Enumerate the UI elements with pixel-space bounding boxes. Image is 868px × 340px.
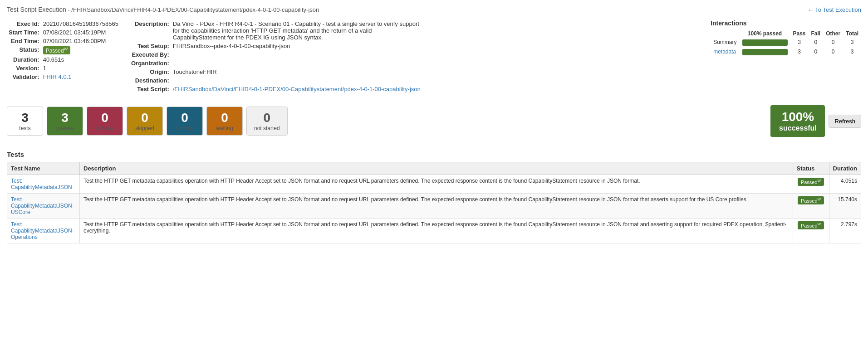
- tests-section-title: Tests: [7, 151, 861, 158]
- interaction-progress: [740, 47, 790, 57]
- running-num: 0: [181, 111, 188, 125]
- destination-value: [171, 76, 422, 85]
- test-duration-cell: 2.797s: [829, 219, 861, 243]
- table-row: Test: CapabilityMetadataJSON-OperationsT…: [7, 219, 861, 243]
- failures-num: 0: [101, 111, 108, 125]
- col-fail-header: Fail: [809, 29, 824, 38]
- interaction-row: metadata3003: [711, 47, 861, 57]
- col-other-header: Other: [823, 29, 843, 38]
- refresh-button[interactable]: Refresh: [829, 115, 861, 128]
- title-main: Test Script Execution: [7, 6, 66, 13]
- tests-section: Tests Test Name Description Status Durat…: [7, 151, 861, 243]
- test-name-cell: Test: CapabilityMetadataJSON-Operations: [7, 219, 80, 243]
- description-value: Da Vinci - PDex - FHIR R4-0-1 - Scenario…: [171, 19, 422, 42]
- description-info-panel: Description: Da Vinci - PDex - FHIR R4-0…: [129, 19, 701, 93]
- origin-label: Origin:: [129, 68, 171, 76]
- organization-value: [171, 59, 422, 68]
- passes-label: passes: [56, 125, 74, 131]
- test-status-cell: PassedW: [793, 219, 829, 243]
- validator-value: FHIR 4.0.1: [41, 73, 120, 81]
- test-status-cell: PassedW: [793, 175, 829, 194]
- start-time-label: Start Time:: [7, 28, 41, 37]
- passes-stat: 3 passes: [47, 107, 83, 136]
- version-value: 1: [41, 64, 120, 73]
- organization-label: Organization:: [129, 59, 171, 68]
- interaction-pass: 3: [790, 47, 809, 57]
- exec-id-label: Exec Id:: [7, 19, 41, 28]
- interaction-name-link[interactable]: metadata: [713, 49, 736, 55]
- tests-table: Test Name Description Status Duration Te…: [7, 162, 861, 243]
- status-label: Status:: [7, 45, 41, 55]
- validator-label: Validator:: [7, 73, 41, 81]
- interaction-pass: 3: [790, 38, 809, 47]
- interaction-total: 3: [843, 47, 861, 57]
- interaction-other: 0: [823, 38, 843, 47]
- interaction-name: Summary: [711, 38, 739, 47]
- stats-bar: 3 tests 3 passes 0 failures 0 skipped 0 …: [7, 101, 861, 141]
- test-name-link[interactable]: Test: CapabilityMetadataJSON: [11, 178, 72, 190]
- test-duration-cell: 4.051s: [829, 175, 861, 194]
- interactions-table: 100% passed Pass Fail Other Total Summar…: [711, 29, 861, 57]
- duration-label: Duration:: [7, 55, 41, 64]
- description-label: Description:: [129, 19, 171, 42]
- status-badge: PassedW: [798, 196, 824, 204]
- test-duration-cell: 15.740s: [829, 194, 861, 219]
- test-name-link[interactable]: Test: CapabilityMetadataJSON-USCore: [11, 196, 74, 215]
- passes-num: 3: [61, 111, 69, 125]
- interaction-other: 0: [823, 47, 843, 57]
- skipped-num: 0: [141, 111, 148, 125]
- validator-link[interactable]: FHIR 4.0.1: [43, 73, 72, 80]
- back-link[interactable]: ← To Test Execution: [808, 6, 861, 13]
- test-description-cell: Test the HTTP GET metadata capabilities …: [80, 219, 793, 243]
- failures-label: failures: [96, 125, 114, 131]
- interaction-name[interactable]: metadata: [711, 47, 739, 57]
- table-row: Test: CapabilityMetadataJSON-USCoreTest …: [7, 194, 861, 219]
- interactions-panel: Interactions 100% passed Pass Fail Other…: [711, 19, 861, 93]
- col-duration-header: Duration: [829, 162, 861, 175]
- not-started-stat: 0 not started: [246, 107, 288, 136]
- interaction-fail: 0: [809, 47, 824, 57]
- status-badge: PassedW: [798, 178, 824, 186]
- status-value: PassedW: [41, 45, 120, 55]
- test-status-cell: PassedW: [793, 194, 829, 219]
- end-time-label: End Time:: [7, 37, 41, 45]
- table-row: Test: CapabilityMetadataJSONTest the HTT…: [7, 175, 861, 194]
- col-name-header: [711, 29, 739, 38]
- executed-by-value: [171, 50, 422, 59]
- not-started-label: not started: [254, 125, 280, 131]
- col-pct-header: 100% passed: [740, 29, 790, 38]
- title-subtitle: - /FHIRSandbox/DaVinci/FHIR4-0-1-PDEX/00…: [66, 6, 319, 13]
- skipped-stat: 0 skipped: [127, 107, 163, 136]
- running-label: running: [176, 125, 194, 131]
- origin-value: TouchstoneFHIR: [171, 68, 422, 76]
- interaction-row: Summary3003: [711, 38, 861, 47]
- tests-label: tests: [19, 125, 30, 131]
- test-description-cell: Test the HTTP GET metadata capabilities …: [80, 194, 793, 219]
- success-label: successful: [779, 124, 817, 132]
- status-badge: PassedW: [43, 46, 71, 54]
- test-setup-label: Test Setup:: [129, 42, 171, 50]
- col-test-name-header: Test Name: [7, 162, 80, 175]
- test-script-value: /FHIRSandbox/DaVinci/FHIR4-0-1-PDEX/00-C…: [171, 85, 422, 93]
- interaction-progress: [740, 38, 790, 47]
- tests-stat: 3 tests: [7, 107, 43, 136]
- col-pass-header: Pass: [790, 29, 809, 38]
- executed-by-label: Executed By:: [129, 50, 171, 59]
- interactions-title: Interactions: [711, 19, 861, 27]
- tests-num: 3: [21, 111, 29, 125]
- test-description-cell: Test the HTTP GET metadata capabilities …: [80, 175, 793, 194]
- skipped-label: skipped: [135, 125, 154, 131]
- start-time-value: 07/08/2021 03:45:19PM: [41, 28, 120, 37]
- waiting-num: 0: [221, 111, 228, 125]
- test-name-cell: Test: CapabilityMetadataJSON-USCore: [7, 194, 80, 219]
- success-pct: 100%: [782, 110, 814, 124]
- waiting-stat: 0 waiting: [206, 107, 243, 136]
- interaction-total: 3: [843, 38, 861, 47]
- end-time-value: 07/08/2021 03:46:00PM: [41, 37, 120, 45]
- test-name-link[interactable]: Test: CapabilityMetadataJSON-Operations: [11, 221, 74, 240]
- interaction-fail: 0: [809, 38, 824, 47]
- col-status-header: Status: [793, 162, 829, 175]
- running-stat: 0 running: [167, 107, 203, 136]
- exec-id-value: 20210708164519836758565: [41, 19, 120, 28]
- test-script-link[interactable]: /FHIRSandbox/DaVinci/FHIR4-0-1-PDEX/00-C…: [173, 86, 421, 92]
